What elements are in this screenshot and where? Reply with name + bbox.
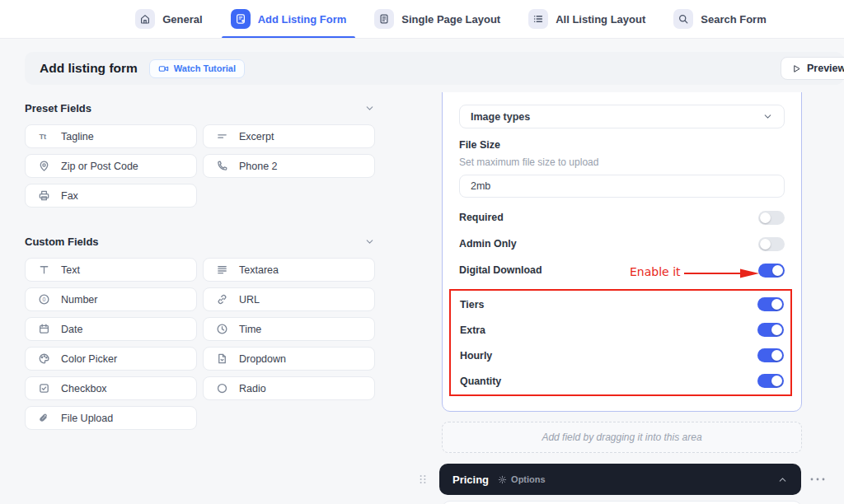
zip-icon [38,160,50,172]
toggle-admin-only[interactable] [758,237,785,251]
field-button-radio[interactable]: Radio [203,376,375,400]
file-size-label: File Size [459,139,785,151]
toggle-digital-download[interactable] [758,264,785,278]
field-button-text[interactable]: Text [25,258,197,282]
tab-iconbox [231,9,251,29]
field-label: Dropdown [239,353,286,365]
toggle-quantity[interactable] [757,374,784,388]
toggle-extra[interactable] [757,323,784,337]
url-icon [216,293,228,306]
image-types-select[interactable]: Image types [459,105,785,128]
drag-handle-icon[interactable] [417,473,429,486]
tab-label: Single Page Layout [401,13,500,26]
ellipsis-menu-icon[interactable] [809,474,826,484]
svg-text:0: 0 [42,296,45,302]
date-icon [38,323,50,335]
field-button-file-upload[interactable]: File Upload [25,406,197,430]
toggle-knob [771,350,782,361]
toggle-row-admin-only: Admin Only [459,231,785,257]
home-icon [139,13,151,25]
section-title: Preset Fields [25,102,91,114]
field-button-fax[interactable]: Fax [25,184,197,208]
field-button-excerpt[interactable]: Excerpt [203,124,375,148]
field-button-number[interactable]: 0Number [25,287,197,311]
field-button-url[interactable]: URL [203,287,375,311]
field-button-time[interactable]: Time [203,317,375,341]
file-size-input[interactable] [459,175,785,198]
preview-button[interactable]: Preview [781,57,844,80]
phone-icon [216,160,228,172]
svg-text:Tt: Tt [39,133,46,141]
drop-area-text: Add field by dragging it into this area [542,432,701,443]
tab-label: Add Listing Form [258,13,347,26]
field-label: Radio [239,383,266,394]
field-button-tagline[interactable]: TtTagline [25,124,197,148]
toggle-label: Required [459,212,504,223]
section-header: Preset Fields [25,101,375,114]
toggle-label: Digital Download [459,264,542,276]
all-listing-icon [532,13,544,25]
field-label: Checkbox [61,383,107,394]
toggle-knob [771,299,782,310]
tab-label: General [162,13,202,26]
field-button-phone-2[interactable]: Phone 2 [203,154,375,178]
chevron-down-icon[interactable] [364,236,375,247]
field-label: Color Picker [61,353,117,365]
tab-all-listing-layout[interactable]: All Listing Layout [514,0,659,38]
field-button-textarea[interactable]: Textarea [203,258,375,282]
drop-area[interactable]: Add field by dragging it into this area [442,422,802,453]
top-nav: GeneralAdd Listing FormSingle Page Layou… [0,0,844,39]
tab-search-form[interactable]: Search Form [659,0,780,38]
number-icon: 0 [38,293,50,306]
toggle-knob [760,212,771,223]
file-upload-icon [38,412,50,424]
header-bar: Add listing form Watch Tutorial [25,52,844,85]
tagline-icon: Tt [38,130,50,142]
preview-label: Preview [807,63,844,74]
field-button-date[interactable]: Date [25,317,197,341]
toggle-label: Extra [460,324,485,336]
chevron-down-icon[interactable] [364,103,375,114]
field-button-color-picker[interactable]: Color Picker [25,347,197,371]
field-label: Fax [61,190,78,202]
toggle-tiers[interactable] [757,297,784,311]
pricing-title: Pricing [452,474,489,486]
toggle-required[interactable] [758,211,785,225]
tab-label: Search Form [701,13,766,26]
toggle-label: Tiers [460,299,484,310]
tab-single-page-layout[interactable]: Single Page Layout [360,0,514,38]
toggle-hourly[interactable] [757,348,784,362]
field-label: Date [61,324,82,335]
toggle-row-quantity: Quantity [460,368,784,394]
checkbox-icon [38,382,50,394]
tab-label: All Listing Layout [556,13,645,26]
field-label: Excerpt [239,131,274,142]
next-section-card-edge [442,501,802,504]
color-picker-icon [38,352,50,365]
fields-grid: TtTaglineExcerptZip or Post CodePhone 2F… [25,124,375,208]
watch-tutorial-label: Watch Tutorial [174,63,236,73]
play-icon [792,64,801,73]
annotation-enable-it: Enable it [630,265,681,278]
chevron-up-icon[interactable] [777,474,788,485]
pricing-options-button[interactable]: Options [498,474,546,484]
pricing-options-label: Options [511,474,546,484]
field-settings-card: Image types File Size Set maximum file s… [442,92,802,412]
fields-palette: Preset FieldsTtTaglineExcerptZip or Post… [25,92,375,430]
tab-add-listing-form[interactable]: Add Listing Form [217,0,361,38]
toggle-label: Quantity [460,376,501,387]
toggle-row-required: Required [459,204,785,231]
watch-tutorial-button[interactable]: Watch Tutorial [149,59,245,78]
section-preset-fields: Preset FieldsTtTaglineExcerptZip or Post… [25,101,375,208]
search-icon [678,13,689,25]
tab-general[interactable]: General [121,0,216,38]
time-icon [216,323,228,335]
pricing-section-bar[interactable]: Pricing Options [439,464,801,495]
content-area: Preset FieldsTtTaglineExcerptZip or Post… [0,92,844,504]
field-label: Tagline [61,131,94,142]
field-label: Phone 2 [239,161,278,172]
field-button-checkbox[interactable]: Checkbox [25,376,197,400]
field-button-dropdown[interactable]: Dropdown [203,347,375,371]
field-button-zip-or-post-code[interactable]: Zip or Post Code [25,154,197,178]
add-listing-icon [235,13,246,25]
